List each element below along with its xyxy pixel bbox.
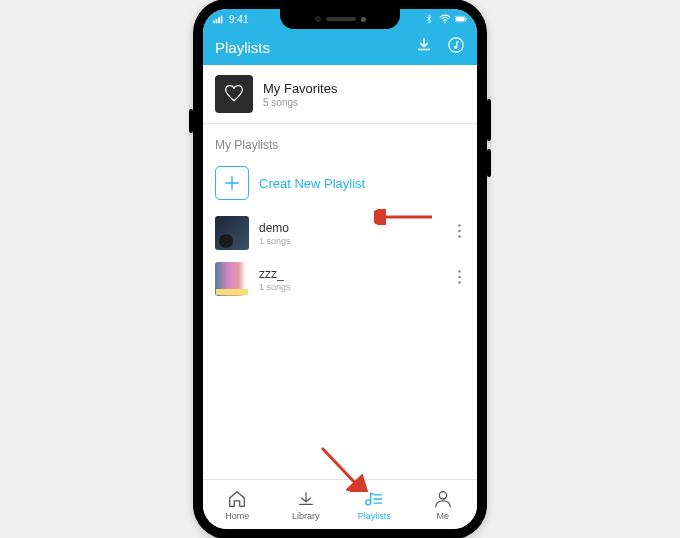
download-icon <box>415 36 433 54</box>
status-time: 9:41 <box>229 14 248 25</box>
svg-point-11 <box>458 230 461 233</box>
download-button[interactable] <box>415 36 433 58</box>
favorites-title: My Favorites <box>263 81 337 96</box>
tab-home[interactable]: Home <box>203 480 272 529</box>
annotation-arrow <box>374 209 434 225</box>
favorites-thumb <box>215 75 253 113</box>
favorites-row[interactable]: My Favorites 5 songs <box>203 65 477 124</box>
playlist-subtitle: 1 songs <box>259 236 454 246</box>
svg-rect-7 <box>466 18 467 20</box>
create-playlist-label: Creat New Playlist <box>259 176 365 191</box>
svg-line-19 <box>322 448 358 486</box>
svg-point-14 <box>458 276 461 279</box>
svg-point-4 <box>444 22 446 24</box>
page-title: Playlists <box>215 39 270 56</box>
playlist-thumb <box>215 262 249 296</box>
battery-icon <box>455 14 467 24</box>
favorites-subtitle: 5 songs <box>263 97 337 108</box>
notch <box>280 9 400 29</box>
create-playlist-row[interactable]: Creat New Playlist <box>203 160 477 210</box>
playlist-more-button[interactable] <box>454 266 465 292</box>
svg-point-10 <box>458 224 461 227</box>
svg-rect-3 <box>221 16 223 24</box>
home-icon <box>227 489 247 509</box>
playlist-row[interactable]: demo 1 songs <box>203 210 477 256</box>
svg-point-17 <box>439 491 446 498</box>
playlist-subtitle: 1 songs <box>259 282 454 292</box>
heart-icon <box>224 84 244 104</box>
page-header: Playlists <box>203 29 477 65</box>
svg-point-12 <box>458 235 461 238</box>
playlist-thumb <box>215 216 249 250</box>
annotation-arrow <box>318 444 368 492</box>
svg-point-13 <box>458 270 461 273</box>
playlist-more-button[interactable] <box>454 220 465 246</box>
svg-point-9 <box>454 46 457 49</box>
music-note-icon <box>447 36 465 54</box>
svg-rect-2 <box>218 17 220 23</box>
tab-label: Me <box>436 511 449 521</box>
tab-label: Playlists <box>358 511 391 521</box>
bluetooth-icon <box>423 14 435 24</box>
more-vertical-icon <box>458 270 461 284</box>
tab-label: Library <box>292 511 320 521</box>
signal-icon <box>213 14 225 24</box>
more-vertical-icon <box>458 224 461 238</box>
content-area: My Favorites 5 songs My Playlists Creat … <box>203 65 477 479</box>
playlist-row[interactable]: zzz_ 1 songs <box>203 256 477 302</box>
section-my-playlists: My Playlists <box>203 124 477 160</box>
side-button <box>189 109 193 133</box>
svg-point-15 <box>458 281 461 284</box>
tab-label: Home <box>225 511 249 521</box>
person-icon <box>433 489 453 509</box>
side-button <box>487 99 491 141</box>
plus-icon <box>223 174 241 192</box>
svg-point-16 <box>366 499 371 504</box>
svg-point-8 <box>449 38 463 52</box>
library-icon <box>296 489 316 509</box>
svg-rect-0 <box>213 21 215 24</box>
playlist-title: zzz_ <box>259 267 454 281</box>
side-button <box>487 149 491 177</box>
tab-me[interactable]: Me <box>409 480 478 529</box>
music-button[interactable] <box>447 36 465 58</box>
svg-rect-6 <box>456 17 465 21</box>
svg-rect-1 <box>216 19 218 23</box>
create-plus-box <box>215 166 249 200</box>
wifi-icon <box>439 14 451 24</box>
